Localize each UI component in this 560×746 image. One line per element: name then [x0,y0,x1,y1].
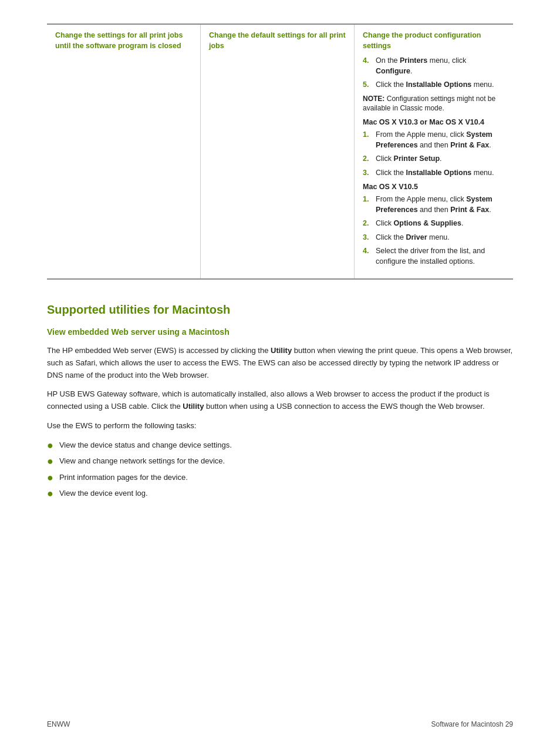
bullet-item-1: ● View the device status and change devi… [47,439,513,451]
macos2-step2: 2. Click Options & Supplies. [363,219,505,229]
macos2-heading: Mac OS X V10.5 [363,183,505,191]
macos1-step3-num: 3. [363,168,372,179]
step-4: 4. On the Printers menu, click Configure… [363,56,505,76]
col1-header: Change the settings for all print jobs u… [55,31,192,51]
paragraph-1: The HP embedded Web server (EWS) is acce… [47,345,513,381]
macos2-step1: 1. From the Apple menu, click System Pre… [363,194,505,215]
note-line: NOTE: Configuration settings might not b… [363,94,505,114]
macos2-step4-num: 4. [363,246,372,267]
step5-text: Click the Installable Options menu. [376,80,494,90]
table-cell-1: Change the settings for all print jobs u… [47,25,201,278]
bullet-item-3: ● Print information pages for the device… [47,472,513,483]
macos2-step3-num: 3. [363,233,372,243]
step4-num: 4. [363,56,372,76]
step-5: 5. Click the Installable Options menu. [363,80,505,90]
col3-steps-top: 4. On the Printers menu, click Configure… [363,56,505,90]
bullet-text-2: View and change network settings for the… [59,455,225,467]
macos1-steps: 1. From the Apple menu, click System Pre… [363,130,505,178]
macos1-step1-num: 1. [363,130,372,150]
table-cell-3: Change the product configuration setting… [355,25,513,278]
bullet-dot-1: ● [47,440,53,451]
bullet-list: ● View the device status and change devi… [47,439,513,499]
macos2-step4-text: Select the driver from the list, and con… [376,246,505,267]
macos2-steps: 1. From the Apple menu, click System Pre… [363,194,505,267]
bullet-dot-2: ● [47,456,53,466]
page-footer: ENWW Software for Macintosh 29 [47,720,513,728]
macos2-step2-text: Click Options & Supplies. [376,219,463,229]
footer-right: Software for Macintosh 29 [431,720,513,728]
macos2-step2-num: 2. [363,219,372,229]
bullet-item-4: ● View the device event log. [47,488,513,499]
macos2-step3-text: Click the Driver menu. [376,233,450,243]
bullet-dot-3: ● [47,472,53,483]
macos2-step1-text: From the Apple menu, click System Prefer… [376,194,505,215]
col3-header: Change the product configuration setting… [363,31,505,51]
settings-table: Change the settings for all print jobs u… [47,23,513,280]
bullet-item-2: ● View and change network settings for t… [47,455,513,467]
step5-num: 5. [363,80,372,90]
macos1-heading: Mac OS X V10.3 or Mac OS X V10.4 [363,118,505,126]
macos2-step1-num: 1. [363,194,372,215]
macos1-step1: 1. From the Apple menu, click System Pre… [363,130,505,150]
step4-text: On the Printers menu, click Configure. [376,56,505,76]
subsection-title: View embedded Web server using a Macinto… [47,327,513,337]
bullet-text-3: Print information pages for the device. [59,472,188,483]
macos1-step3-text: Click the Installable Options menu. [376,168,494,179]
bullet-text-1: View the device status and change device… [59,439,232,451]
table-cell-2: Change the default settings for all prin… [201,25,355,278]
table-row: Change the settings for all print jobs u… [47,25,513,278]
macos2-step4: 4. Select the driver from the list, and … [363,246,505,267]
macos1-step2: 2. Click Printer Setup. [363,154,505,164]
main-content: Supported utilities for Macintosh View e… [47,303,513,499]
bullet-dot-4: ● [47,488,53,499]
macos1-step2-num: 2. [363,154,372,164]
section-title: Supported utilities for Macintosh [47,303,513,317]
macos1-step3: 3. Click the Installable Options menu. [363,168,505,179]
macos2-step3: 3. Click the Driver menu. [363,233,505,243]
bullet-text-4: View the device event log. [59,488,148,499]
paragraph-3: Use the EWS to perform the following tas… [47,420,513,432]
footer-left: ENWW [47,720,70,728]
macos1-step1-text: From the Apple menu, click System Prefer… [376,130,505,150]
paragraph-2: HP USB EWS Gateway software, which is au… [47,388,513,413]
macos1-step2-text: Click Printer Setup. [376,154,442,164]
col2-header: Change the default settings for all prin… [209,31,346,51]
note-label: NOTE: [363,95,384,103]
